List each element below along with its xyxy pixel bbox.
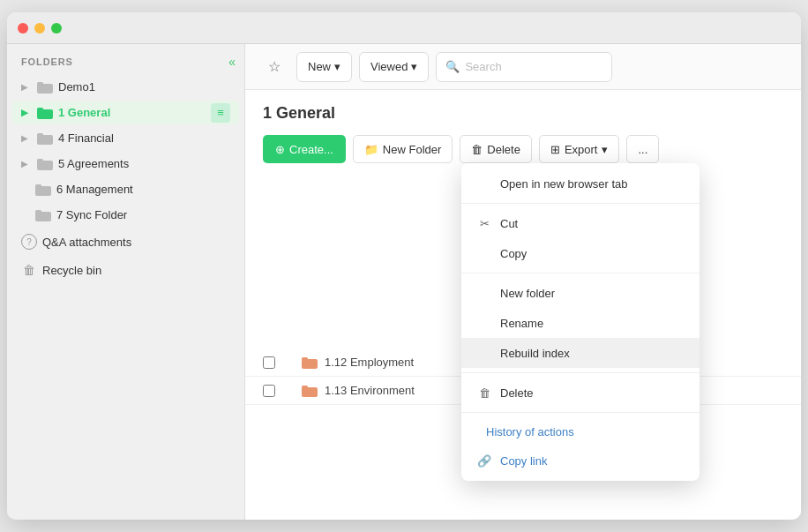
item-folder-icon [302, 356, 318, 369]
star-button[interactable]: ☆ [259, 52, 289, 82]
item-checkbox[interactable] [263, 385, 275, 397]
sidebar-header: FOLDERS [7, 53, 244, 74]
new-folder-icon: 📁 [364, 143, 378, 156]
svg-rect-11 [35, 210, 41, 214]
export-button[interactable]: ⊞ Export ▾ [539, 135, 620, 163]
ctx-item-label: Copy [500, 247, 527, 260]
sidebar-item-label: 6 Management [56, 183, 133, 196]
ctx-item-label: Rebuild index [500, 347, 570, 360]
ctx-history[interactable]: History of actions [461, 417, 700, 446]
create-button[interactable]: ⊕ Create... [263, 135, 346, 163]
sidebar-item-7-sync[interactable]: 7 Sync Folder [12, 203, 239, 227]
sidebar-item-demo1[interactable]: ▶ Demo1 [12, 75, 239, 99]
sidebar-item-label: Demo1 [58, 80, 95, 94]
svg-rect-15 [302, 386, 308, 389]
sidebar-item-4-financial[interactable]: ▶ 4 Financial [12, 126, 239, 150]
scissors-icon: ✂ [477, 216, 491, 230]
viewed-button[interactable]: Viewed ▾ [359, 52, 429, 82]
copy-icon [477, 246, 491, 260]
ctx-divider [461, 372, 700, 373]
toolbar: ☆ New ▾ Viewed ▾ 🔍 Search [245, 44, 801, 90]
item-name: 1.13 Environment [325, 384, 415, 397]
search-icon: 🔍 [445, 60, 460, 73]
delete-button[interactable]: 🗑 Delete [460, 135, 532, 163]
new-folder-button-label: New Folder [383, 143, 441, 156]
folder-icon-green [37, 107, 53, 119]
folder-icon [37, 158, 53, 170]
item-folder-icon [302, 385, 318, 397]
new-button-label: New [308, 60, 331, 73]
new-folder-button[interactable]: 📁 New Folder [353, 135, 453, 163]
item-checkbox[interactable] [263, 356, 275, 369]
sidebar-item-6-management[interactable]: 6 Management [12, 177, 239, 201]
open-tab-icon [477, 176, 491, 191]
close-button[interactable] [18, 23, 28, 34]
link-icon: 🔗 [477, 454, 491, 468]
ctx-copy-link[interactable]: 🔗 Copy link [461, 446, 700, 476]
delete-icon: 🗑 [471, 143, 483, 156]
ctx-rename[interactable]: Rename [461, 308, 700, 338]
new-dropdown-arrow-icon: ▾ [334, 60, 340, 73]
context-menu-trigger[interactable]: ≡ [211, 103, 230, 123]
search-placeholder: Search [465, 60, 501, 73]
maximize-button[interactable] [51, 23, 62, 34]
more-actions-button[interactable]: ... [626, 135, 659, 163]
main-area: FOLDERS « ▶ Demo1 ▶ [7, 44, 801, 520]
svg-rect-7 [37, 159, 43, 162]
svg-rect-5 [37, 133, 43, 137]
app-window: FOLDERS « ▶ Demo1 ▶ [7, 12, 801, 520]
export-button-label: Export [565, 143, 598, 156]
svg-rect-9 [35, 184, 41, 188]
delete-button-label: Delete [487, 143, 520, 156]
rename-icon [477, 316, 491, 330]
sidebar-item-label: 5 Agreements [58, 157, 129, 170]
create-icon: ⊕ [275, 143, 285, 156]
folder-icon [37, 81, 53, 94]
recycle-bin-icon: 🗑 [21, 262, 37, 278]
sidebar-item-label: Q&A attachments [42, 236, 131, 249]
rebuild-index-icon [477, 346, 491, 360]
context-menu: Open in new browser tab ✂ Cut Copy New f… [461, 163, 700, 481]
ctx-divider [461, 412, 700, 413]
ctx-item-label: Open in new browser tab [500, 177, 628, 191]
trash-icon: 🗑 [477, 386, 491, 400]
folder-icon [37, 132, 53, 145]
viewed-button-label: Viewed [370, 60, 408, 73]
ctx-new-folder[interactable]: New folder [461, 278, 700, 308]
sidebar-item-1-general[interactable]: ▶ 1 General ≡ [12, 101, 239, 124]
expand-arrow-icon: ▶ [21, 108, 30, 117]
sidebar-item-label: 7 Sync Folder [56, 208, 127, 221]
ctx-item-label: History of actions [486, 425, 574, 438]
sidebar-item-recycle-bin[interactable]: 🗑 Recycle bin [12, 257, 239, 283]
viewed-dropdown-arrow-icon: ▾ [411, 60, 417, 73]
svg-rect-3 [37, 108, 43, 111]
expand-arrow-icon: ▶ [21, 133, 30, 143]
search-box[interactable]: 🔍 Search [436, 52, 612, 82]
svg-rect-1 [37, 82, 43, 86]
folder-icon [35, 209, 51, 221]
sidebar-item-label: 1 General [58, 106, 110, 119]
new-button[interactable]: New ▾ [296, 52, 352, 82]
collapse-sidebar-button[interactable]: « [228, 55, 236, 69]
qa-icon: ? [21, 234, 37, 250]
ctx-divider [461, 273, 700, 273]
ctx-divider [461, 203, 700, 204]
ctx-rebuild-index[interactable]: Rebuild index [461, 338, 700, 368]
folder-icon [35, 184, 51, 196]
content-area: ☆ New ▾ Viewed ▾ 🔍 Search 1 General [245, 44, 801, 520]
ctx-open-new-tab[interactable]: Open in new browser tab [461, 169, 700, 199]
minimize-button[interactable] [34, 23, 45, 34]
export-dropdown-arrow-icon: ▾ [602, 143, 608, 156]
ctx-item-label: Copy link [500, 454, 547, 468]
svg-rect-13 [302, 357, 308, 361]
sidebar-item-5-agreements[interactable]: ▶ 5 Agreements [12, 152, 239, 176]
ctx-delete[interactable]: 🗑 Delete [461, 378, 700, 408]
sidebar: FOLDERS « ▶ Demo1 ▶ [7, 44, 245, 520]
new-folder-ctx-icon [477, 286, 491, 300]
sidebar-item-qa[interactable]: ? Q&A attachments [12, 229, 239, 255]
export-grid-icon: ⊞ [550, 143, 560, 156]
ctx-cut[interactable]: ✂ Cut [461, 208, 700, 238]
ctx-copy[interactable]: Copy [461, 238, 700, 268]
ctx-item-label: Cut [500, 217, 518, 230]
ctx-item-label: Rename [500, 317, 543, 330]
